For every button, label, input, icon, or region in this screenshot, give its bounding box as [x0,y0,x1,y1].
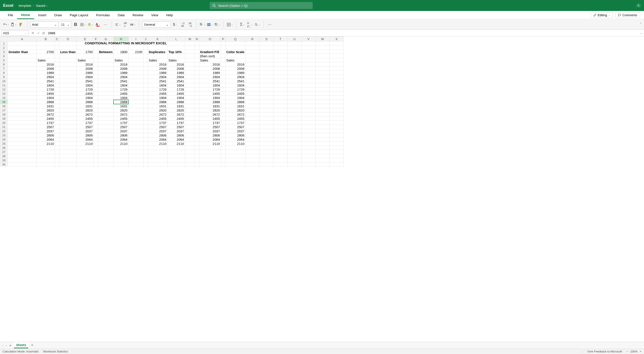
cell[interactable] [98,46,114,50]
cell[interactable] [168,158,185,162]
cell[interactable]: Color Scale [225,50,246,54]
cell[interactable] [288,83,302,87]
cell[interactable] [55,87,60,92]
cell[interactable] [55,79,60,83]
cell[interactable]: 1989 [114,71,128,75]
cell[interactable]: 2455 [148,116,168,121]
column-header[interactable]: H [114,37,128,42]
cell[interactable] [185,116,194,121]
cell[interactable] [221,58,225,62]
column-header[interactable]: I [128,37,143,42]
cell[interactable] [94,154,98,158]
cell[interactable]: 1989 [77,71,94,75]
cell[interactable] [274,129,288,133]
cell[interactable] [221,100,225,104]
cell[interactable] [225,154,246,158]
cell[interactable]: 2672 [36,112,55,116]
cell[interactable] [221,92,225,96]
cell[interactable] [36,46,55,50]
cell[interactable] [8,121,36,125]
row-header[interactable]: 18 [0,112,8,116]
cell[interactable] [260,67,274,71]
cell[interactable]: 1729 [225,87,246,92]
cell[interactable]: 2888 [77,100,94,104]
cell[interactable] [55,125,60,129]
cell[interactable]: 2672 [225,112,246,116]
cell[interactable] [128,100,143,104]
cell[interactable] [316,129,330,133]
cell[interactable] [185,137,194,141]
cell[interactable] [260,87,274,92]
row-header[interactable]: 30 [0,162,8,166]
cell[interactable] [60,100,77,104]
cell[interactable]: 2820 [168,108,185,112]
font-size-select[interactable]: 11⌄ [60,22,71,28]
cell[interactable] [194,116,199,121]
cell[interactable] [55,162,60,166]
cell[interactable]: 1989 [148,71,168,75]
cell[interactable] [60,146,77,150]
cell[interactable] [260,71,274,75]
column-header[interactable]: X [330,37,344,42]
cell[interactable] [246,100,260,104]
cell[interactable] [274,79,288,83]
cell[interactable] [288,50,302,54]
cell[interactable] [246,92,260,96]
row-header[interactable]: 5 [0,58,8,62]
cell[interactable] [185,150,194,154]
cell[interactable]: 1729 [77,87,94,92]
cell[interactable] [246,112,260,116]
cell[interactable] [221,133,225,137]
cell[interactable] [302,121,316,125]
column-header[interactable]: O [199,37,221,42]
cell[interactable] [98,104,114,108]
row-header[interactable]: 3 [0,50,8,54]
cell[interactable] [246,129,260,133]
cell[interactable]: 2820 [36,108,55,112]
cell[interactable] [128,46,143,50]
cell[interactable]: 2100 [128,50,143,54]
cell[interactable] [246,141,260,146]
cell[interactable] [148,154,168,158]
cell[interactable] [143,121,148,125]
cell[interactable] [260,158,274,162]
cell[interactable] [274,162,288,166]
cell[interactable] [98,100,114,104]
cell[interactable]: 2888 [114,100,128,104]
cell[interactable] [77,150,94,154]
cell[interactable] [185,83,194,87]
cell[interactable] [194,96,199,100]
cell[interactable] [8,67,36,71]
fx-icon[interactable]: fx [42,31,45,35]
cell[interactable] [55,158,60,162]
column-header[interactable]: N [194,37,199,42]
cell[interactable] [94,129,98,133]
cell[interactable]: Sales [148,58,168,62]
cell[interactable] [185,54,194,58]
cell[interactable] [94,104,98,108]
cell[interactable] [194,50,199,54]
cell[interactable] [246,42,260,46]
cell[interactable] [246,162,260,166]
row-header[interactable]: 22 [0,129,8,133]
cell[interactable] [60,92,77,96]
cell[interactable] [94,150,98,154]
cell[interactable] [77,154,94,158]
cell[interactable]: 2507 [114,125,128,129]
save-status[interactable]: Saved ⌄ [36,4,48,8]
cell[interactable] [274,46,288,50]
column-header[interactable]: K [148,37,168,42]
cell[interactable] [246,87,260,92]
cell[interactable] [330,96,344,100]
cancel-formula-button[interactable]: ✕ [30,31,36,35]
cell[interactable] [114,46,128,50]
cell[interactable] [288,108,302,112]
cell[interactable] [302,67,316,71]
cell[interactable] [288,79,302,83]
cell[interactable] [94,92,98,96]
cell[interactable] [302,137,316,141]
column-header[interactable]: P [221,37,225,42]
cell[interactable] [185,129,194,133]
cell[interactable] [194,133,199,137]
row-header[interactable]: 13 [0,92,8,96]
